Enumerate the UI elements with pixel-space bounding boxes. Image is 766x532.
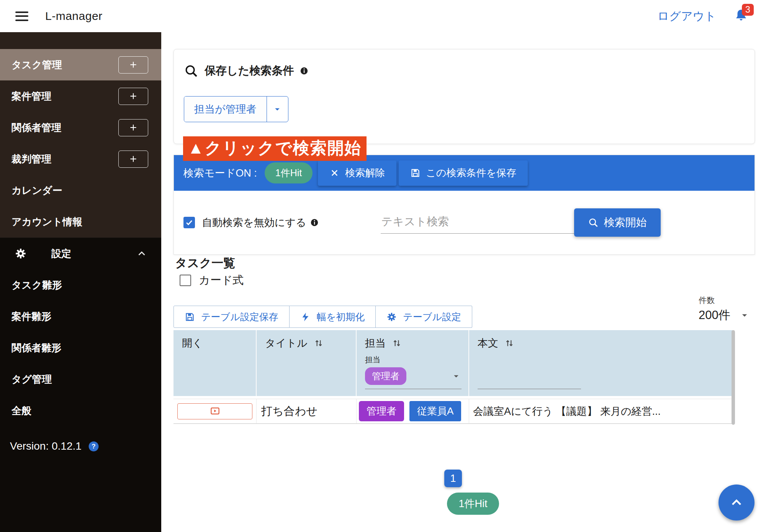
settings-label: 設定 [51,247,71,260]
lightning-icon [300,312,311,322]
topbar-right: ログアウト 3 [657,8,749,24]
table-scrollbar[interactable] [732,330,735,425]
version-info: Version: 0.12.1 ? [0,440,161,452]
slideshow-icon [210,406,220,416]
column-header-open: 開く [173,330,257,396]
cell-assignee: 管理者 従業員A [357,399,469,423]
count-label: 件数 [699,295,750,306]
reset-width-button[interactable]: 幅を初期化 [290,306,376,328]
table-toolbar: テーブル設定保存 幅を初期化 テーブル設定 [173,306,472,328]
search-icon [588,217,599,228]
sidebar-item-label: 関係者管理 [11,121,61,134]
task-table: 開く タイトル 担当 担当 管理者 [173,330,733,424]
gear-icon [15,247,27,260]
sidebar-item-case-management[interactable]: 案件管理 [0,80,161,112]
body-filter-input[interactable] [478,375,581,389]
table-header: 開く タイトル 担当 担当 管理者 [173,330,733,396]
sidebar-item-label: タスク雛形 [11,278,62,292]
page-1-button[interactable]: 1 [444,470,462,487]
app-layout: タスク管理 案件管理 関係者管理 裁判管理 カレンダー [0,32,766,532]
saved-condition-row: 担当が管理者 [184,96,288,122]
column-header-assignee[interactable]: 担当 担当 管理者 [357,330,469,396]
hit-count-badge: 1件Hit [265,162,313,183]
sidebar-item-stakeholder-management[interactable]: 関係者管理 [0,112,161,143]
add-case-button[interactable] [118,88,148,105]
sort-icon[interactable] [314,338,324,348]
sidebar-settings-section: 設定 タスク雛形 案件雛形 関係者雛形 タグ管理 全般 Version: 0.1… [0,237,161,532]
save-icon [185,312,195,322]
sidebar-item-label: 全般 [11,404,31,417]
sidebar-item-general[interactable]: 全般 [0,395,161,426]
add-trial-button[interactable] [118,151,148,168]
saved-condition-button: 担当が管理者 [184,96,288,122]
click-to-search-annotation: ▲クリックで検索開始 [183,136,367,161]
sidebar-item-label: 関係者雛形 [11,341,61,355]
open-task-button[interactable] [177,403,252,419]
info-icon[interactable] [300,67,308,75]
sidebar-item-label: 案件管理 [11,90,51,103]
assignee-chip[interactable]: 従業員A [409,401,461,421]
plus-icon [128,91,138,101]
disable-auto-search-label: 自動検索を無効にする [202,216,319,229]
save-icon [410,168,421,178]
clear-search-button[interactable]: 検索解除 [318,160,396,186]
sidebar-item-trial-management[interactable]: 裁判管理 [0,143,161,175]
search-mode-card: 検索モードON : 1件Hit 検索解除 この検索条件を保存 自動検索を無効にす… [173,155,755,255]
sidebar-item-calendar[interactable]: カレンダー [0,175,161,206]
text-search-input[interactable] [381,211,574,233]
save-search-condition-button[interactable]: この検索条件を保存 [399,160,528,186]
assignee-filter-chip[interactable]: 管理者 [365,367,406,385]
sidebar-item-label: タスク管理 [11,58,62,72]
column-header-title[interactable]: タイトル [257,330,357,396]
menu-icon[interactable] [15,11,28,21]
sidebar-item-account-info[interactable]: アカウント情報 [0,206,161,237]
sidebar-item-task-template[interactable]: タスク雛形 [0,269,161,301]
chevron-up-icon [728,494,745,511]
count-value-dropdown[interactable]: 200件 [699,307,750,323]
help-icon[interactable]: ? [88,440,100,452]
chevron-down-icon [272,104,283,115]
chevron-down-icon[interactable] [451,371,462,381]
assignee-chip[interactable]: 管理者 [359,401,404,421]
cell-title[interactable]: 打ち合わせ [257,399,357,423]
saved-search-title-row: 保存した検索条件 [184,63,739,79]
gear-icon [386,312,397,322]
sidebar-item-task-management[interactable]: タスク管理 [0,49,161,80]
pagination-hit-badge: 1件Hit [447,493,499,515]
sort-icon[interactable] [504,338,514,348]
scroll-to-top-button[interactable] [719,485,755,521]
add-stakeholder-button[interactable] [118,119,148,136]
notifications-button[interactable]: 3 [734,8,749,24]
run-saved-search-button[interactable]: 担当が管理者 [184,97,267,122]
sidebar-item-tag-management[interactable]: タグ管理 [0,363,161,395]
sidebar-item-case-template[interactable]: 案件雛形 [0,301,161,332]
info-icon[interactable] [310,218,319,227]
card-view-label: カード式 [199,273,244,288]
disable-auto-search-checkbox[interactable] [183,217,195,228]
card-view-toggle[interactable]: カード式 [180,273,244,288]
sidebar: タスク管理 案件管理 関係者管理 裁判管理 カレンダー [0,32,161,532]
task-list-title: タスク一覧 [175,255,235,271]
cell-open [173,399,257,423]
sort-icon[interactable] [392,338,402,348]
text-search-field [381,211,574,234]
search-controls-row: 自動検索を無効にする 検索開始 [174,191,755,254]
close-icon [329,168,340,178]
cell-body[interactable]: 会議室Aにて行う 【議題】 来月の経営... [469,399,733,423]
svg-text:?: ? [92,443,95,450]
saved-search-dropdown-button[interactable] [267,97,288,122]
assignee-filter[interactable]: 管理者 [365,367,462,389]
result-count-select: 件数 200件 [699,295,750,323]
chevron-up-icon [136,248,147,259]
add-task-button[interactable] [118,56,148,74]
card-view-checkbox[interactable] [180,275,191,286]
column-header-body[interactable]: 本文 [469,330,733,396]
sidebar-settings-header[interactable]: 設定 [0,238,161,269]
plus-icon [128,154,138,164]
sidebar-item-stakeholder-template[interactable]: 関係者雛形 [0,332,161,363]
save-table-settings-button[interactable]: テーブル設定保存 [173,306,290,328]
check-icon [185,218,193,227]
logout-link[interactable]: ログアウト [657,8,716,24]
table-settings-button[interactable]: テーブル設定 [376,306,472,328]
start-search-button[interactable]: 検索開始 [574,208,661,237]
